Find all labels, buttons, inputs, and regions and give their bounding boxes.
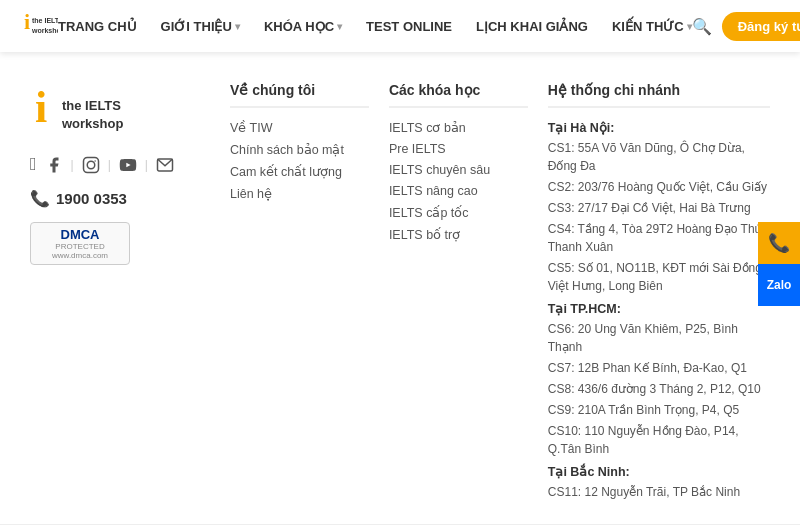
list-item: CS5: Số 01, NO11B, KĐT mới Sài Đồng, Việ… bbox=[548, 259, 770, 295]
list-item[interactable]: IELTS cấp tốc bbox=[389, 205, 528, 220]
phone-row: 📞 1900 0353 bbox=[30, 189, 127, 208]
header-actions: 🔍 Đăng ký tư vấn bbox=[692, 12, 800, 41]
phone-icon: 📞 bbox=[30, 189, 50, 208]
register-button[interactable]: Đăng ký tư vấn bbox=[722, 12, 800, 41]
about-col-title: Về chúng tôi bbox=[230, 82, 369, 108]
list-item[interactable]: IELTS bố trợ bbox=[389, 227, 528, 242]
list-item: CS9: 210A Trần Bình Trọng, P4, Q5 bbox=[548, 401, 770, 419]
facebook-icon[interactable] bbox=[45, 156, 63, 174]
about-column: Về chúng tôi Về TIW Chính sách bảo mật C… bbox=[230, 82, 369, 504]
list-item[interactable]: Liên hệ bbox=[230, 186, 369, 201]
svg-text:i: i bbox=[24, 9, 30, 34]
svg-text:the IELTS: the IELTS bbox=[32, 17, 58, 24]
svg-rect-8 bbox=[83, 157, 98, 172]
svg-point-10 bbox=[94, 160, 96, 162]
list-item: CS7: 12B Phan Kế Bính, Đa-Kao, Q1 bbox=[548, 359, 770, 377]
footer-body: i the IELTS workshop  | | | 📞 1900 0353… bbox=[0, 52, 800, 504]
list-item: CS4: Tầng 4, Tòa 29T2 Hoàng Đạo Thúy, Th… bbox=[548, 220, 770, 256]
facebook-icon[interactable]:  bbox=[30, 154, 37, 175]
branches-column: Hệ thống chi nhánh Tại Hà Nội: CS1: 55A … bbox=[548, 82, 770, 504]
footer-logo: i the IELTS workshop bbox=[30, 82, 160, 140]
dmca-badge[interactable]: DMCA PROTECTED www.dmca.com bbox=[30, 222, 130, 265]
list-item: CS8: 436/6 đường 3 Tháng 2, P12, Q10 bbox=[548, 380, 770, 398]
list-item[interactable]: IELTS cơ bản bbox=[389, 120, 528, 135]
list-item: CS3: 27/17 Đại Cồ Việt, Hai Bà Trưng bbox=[548, 199, 770, 217]
footer-columns: Về chúng tôi Về TIW Chính sách bảo mật C… bbox=[230, 82, 770, 504]
social-icons:  | | | bbox=[30, 154, 174, 175]
nav-trang-chu[interactable]: TRANG CHỦ bbox=[58, 19, 137, 34]
list-item: CS11: 12 Nguyễn Trãi, TP Bắc Ninh bbox=[548, 483, 770, 501]
list-item: CS1: 55A Võ Văn Dũng, Ô Chợ Dừa, Đống Đa bbox=[548, 139, 770, 175]
logo[interactable]: i the IELTS workshop bbox=[20, 7, 58, 45]
bacninh-label: Tại Bắc Ninh: bbox=[548, 464, 770, 479]
float-phone-button[interactable]: 📞 bbox=[758, 222, 800, 264]
courses-links: IELTS cơ bản Pre IELTS IELTS chuyên sâu … bbox=[389, 120, 528, 242]
list-item[interactable]: IELTS nâng cao bbox=[389, 184, 528, 198]
dmca-url: www.dmca.com bbox=[39, 251, 121, 260]
main-nav: TRANG CHỦ GIỚI THIỆU ▾ KHÓA HỌC ▾ TEST O… bbox=[58, 19, 692, 34]
hcm-label: Tại TP.HCM: bbox=[548, 301, 770, 316]
svg-text:workshop: workshop bbox=[31, 27, 58, 35]
chevron-down-icon: ▾ bbox=[235, 21, 240, 32]
list-item[interactable]: Cam kết chất lượng bbox=[230, 164, 369, 179]
email-icon[interactable] bbox=[156, 156, 174, 174]
dmca-text: PROTECTED bbox=[39, 242, 121, 251]
nav-kien-thuc[interactable]: KIẾN THỨC ▾ bbox=[612, 19, 692, 34]
phone-number[interactable]: 1900 0353 bbox=[56, 190, 127, 207]
nav-test-online[interactable]: TEST ONLINE bbox=[366, 19, 452, 34]
list-item: CS2: 203/76 Hoàng Quốc Việt, Cầu Giấy bbox=[548, 178, 770, 196]
footer-left: i the IELTS workshop  | | | 📞 1900 0353… bbox=[30, 82, 210, 504]
hanoi-label: Tại Hà Nội: bbox=[548, 120, 770, 135]
list-item[interactable]: Chính sách bảo mật bbox=[230, 142, 369, 157]
svg-text:workshop: workshop bbox=[61, 116, 123, 131]
instagram-icon[interactable] bbox=[82, 156, 100, 174]
float-zalo-button[interactable]: Zalo bbox=[758, 264, 800, 306]
courses-column: Các khóa học IELTS cơ bản Pre IELTS IELT… bbox=[389, 82, 528, 504]
header: i the IELTS workshop TRANG CHỦ GIỚI THIỆ… bbox=[0, 0, 800, 52]
youtube-icon[interactable] bbox=[119, 156, 137, 174]
nav-lich-khai-giang[interactable]: LỊCH KHAI GIẢNG bbox=[476, 19, 588, 34]
branches-col-title: Hệ thống chi nhánh bbox=[548, 82, 770, 108]
dmca-logo: DMCA bbox=[39, 227, 121, 242]
list-item: CS10: 110 Nguyễn Hồng Đào, P14, Q.Tân Bì… bbox=[548, 422, 770, 458]
nav-gioi-thieu[interactable]: GIỚI THIỆU ▾ bbox=[161, 19, 240, 34]
svg-text:the IELTS: the IELTS bbox=[62, 98, 121, 113]
footer-bottom: © Bản quyền 2024 thuộc IELTS Workshop. P… bbox=[0, 524, 800, 528]
list-item[interactable]: Về TIW bbox=[230, 120, 369, 135]
chevron-down-icon: ▾ bbox=[337, 21, 342, 32]
floating-buttons: 📞 Zalo bbox=[758, 222, 800, 306]
search-button[interactable]: 🔍 bbox=[692, 17, 712, 36]
svg-text:i: i bbox=[35, 83, 47, 132]
list-item[interactable]: Pre IELTS bbox=[389, 142, 528, 156]
nav-khoa-hoc[interactable]: KHÓA HỌC ▾ bbox=[264, 19, 342, 34]
list-item[interactable]: IELTS chuyên sâu bbox=[389, 163, 528, 177]
about-links: Về TIW Chính sách bảo mật Cam kết chất l… bbox=[230, 120, 369, 201]
courses-col-title: Các khóa học bbox=[389, 82, 528, 108]
svg-point-9 bbox=[87, 161, 95, 169]
list-item: CS6: 20 Ung Văn Khiêm, P25, Bình Thạnh bbox=[548, 320, 770, 356]
